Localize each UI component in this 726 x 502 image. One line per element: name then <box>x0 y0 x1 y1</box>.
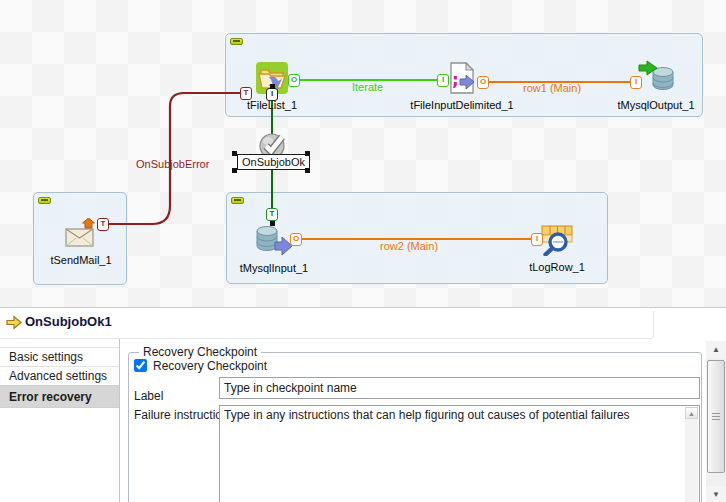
settings-tab-list: Basic settings Advanced settings Error r… <box>0 347 119 408</box>
scroll-down-icon[interactable]: ▼ <box>706 486 726 502</box>
job-designer-canvas[interactable]: tFileList_1 ; tFileInputDelimited_1 tMys… <box>0 0 726 307</box>
group-title: Recovery Checkpoint <box>139 345 261 359</box>
panel-title: OnSubjobOk1 <box>25 314 112 329</box>
iterate-connection-label[interactable]: Iterate <box>352 81 383 93</box>
selection-handle[interactable] <box>232 151 237 156</box>
component-tmysqloutput[interactable]: tMysqlOutput_1 <box>606 60 706 111</box>
tlogrow-icon <box>541 225 573 256</box>
panel-divider <box>119 339 120 502</box>
tab-error-recovery[interactable]: Error recovery <box>0 385 119 408</box>
component-label: tSendMail_1 <box>41 254 121 266</box>
talend-studio-window: tFileList_1 ; tFileInputDelimited_1 tMys… <box>0 0 726 502</box>
output-port[interactable]: O <box>477 76 489 89</box>
component-label: tMysqlOutput_1 <box>606 99 706 111</box>
tab-basic-settings[interactable]: Basic settings <box>0 347 119 366</box>
svg-text:;: ; <box>452 70 459 90</box>
component-tfileinputdelimited[interactable]: ; tFileInputDelimited_1 <box>402 62 522 111</box>
component-tsendmail[interactable]: tSendMail_1 <box>41 218 121 266</box>
selection-handle[interactable] <box>232 168 237 173</box>
input-port[interactable]: I <box>630 76 642 89</box>
onsubjobok-source-port[interactable]: I <box>266 88 278 101</box>
scroll-up-icon[interactable]: ▲ <box>685 407 698 419</box>
scrollbar-thumb[interactable] <box>707 360 725 473</box>
output-port[interactable]: O <box>288 74 300 87</box>
component-label: tFileInputDelimited_1 <box>402 99 522 111</box>
trigger-port[interactable]: T <box>266 208 278 221</box>
selection-handle[interactable] <box>270 84 275 89</box>
label-field-label: Label <box>134 389 163 403</box>
onsubjobok-connection-label[interactable]: OnSubjobOk <box>237 154 310 170</box>
component-label: tLogRow_1 <box>507 261 607 273</box>
recovery-checkpoint-checkbox[interactable] <box>134 359 147 372</box>
input-port[interactable]: I <box>531 233 543 246</box>
row2-connection-label[interactable]: row2 (Main) <box>380 240 438 252</box>
selection-handle[interactable] <box>270 221 275 226</box>
tmysqloutput-icon <box>638 60 674 94</box>
checkpoint-label-input[interactable] <box>219 377 700 399</box>
onsubjoberror-connection-label[interactable]: OnSubjobError <box>136 158 209 170</box>
selection-handle[interactable] <box>305 168 310 173</box>
failure-instructions-field[interactable]: Type in any instructions that can help f… <box>219 405 700 502</box>
subjob-collapse-icon[interactable] <box>230 38 243 45</box>
selection-handle[interactable] <box>305 151 310 156</box>
output-port[interactable]: O <box>290 233 302 246</box>
panel-vertical-scrollbar[interactable]: ▲ ▼ <box>706 341 726 502</box>
textarea-scrollbar[interactable]: ▲ <box>685 407 698 502</box>
subjob-collapse-icon[interactable] <box>231 197 244 204</box>
recovery-checkpoint-checkbox-label: Recovery Checkpoint <box>153 359 267 373</box>
trigger-port[interactable]: T <box>240 87 252 100</box>
input-port[interactable]: I <box>437 74 449 87</box>
recovery-checkpoint-group: Recovery Checkpoint Recovery Checkpoint … <box>128 352 702 502</box>
tsendmail-icon <box>63 218 99 249</box>
trigger-port[interactable]: T <box>97 218 109 231</box>
component-settings-panel: OnSubjobOk1 Basic settings Advanced sett… <box>0 307 726 502</box>
component-tmysqlinput[interactable]: tMysqlInput_1 <box>224 225 324 274</box>
tfileinputdelimited-icon: ; <box>449 62 475 94</box>
scroll-up-icon[interactable]: ▲ <box>706 341 726 358</box>
component-label: tMysqlInput_1 <box>224 262 324 274</box>
failure-instructions-textarea[interactable]: Type in any instructions that can help f… <box>220 406 684 502</box>
component-tlogrow[interactable]: tLogRow_1 <box>507 225 607 273</box>
tab-advanced-settings[interactable]: Advanced settings <box>0 366 119 385</box>
row1-connection-label[interactable]: row1 (Main) <box>523 82 581 94</box>
connection-arrow-icon <box>6 315 22 334</box>
tmysqlinput-icon <box>254 225 294 257</box>
subjob-collapse-icon[interactable] <box>38 197 51 204</box>
